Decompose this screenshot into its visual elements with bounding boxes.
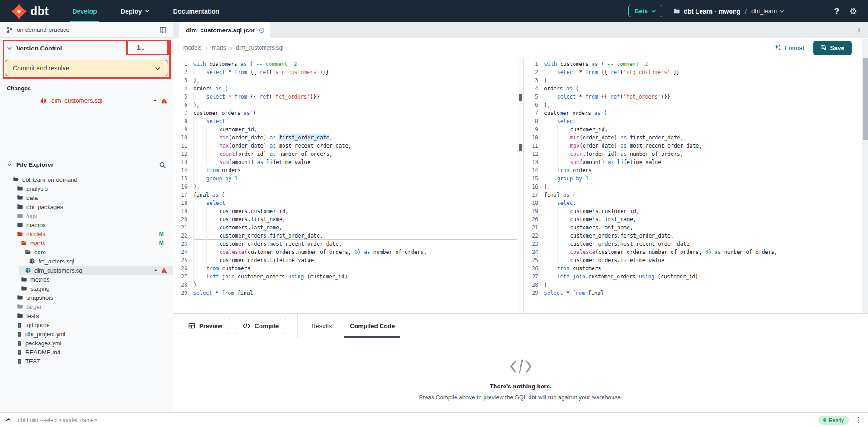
code-line[interactable]: 9 customer_id, bbox=[173, 125, 517, 134]
code-line[interactable]: 27 left join customer_orders using (cust… bbox=[524, 273, 868, 281]
window-scrollbar[interactable] bbox=[862, 39, 868, 313]
project-dropdown[interactable]: dbt_learn bbox=[751, 8, 784, 15]
code-line[interactable]: 14 from orders bbox=[524, 166, 868, 174]
format-button[interactable]: Format bbox=[774, 44, 804, 51]
tree-item-snapshots[interactable]: snapshots bbox=[0, 293, 173, 302]
code-line[interactable]: 29select * from final bbox=[524, 289, 868, 297]
code-line[interactable]: 9 customer_id, bbox=[524, 125, 868, 134]
code-line[interactable]: 7customer_orders as ( bbox=[173, 109, 517, 117]
code-line[interactable]: 24 coalesce(customer_orders.number_of_or… bbox=[173, 248, 517, 256]
tree-item-data[interactable]: data bbox=[0, 193, 173, 202]
code-line[interactable]: 25 customer_orders.lifetime_value bbox=[173, 256, 517, 264]
code-line[interactable]: 11 max(order_date) as most_recent_order_… bbox=[524, 142, 868, 150]
code-line[interactable]: 8 select bbox=[173, 117, 517, 125]
tree-item-logs[interactable]: logs bbox=[0, 211, 173, 220]
file-explorer-header[interactable]: File Explorer bbox=[0, 159, 173, 171]
tree-item-analysis[interactable]: analysis bbox=[0, 184, 173, 193]
tree-item-macros[interactable]: macros bbox=[0, 220, 173, 229]
help-icon[interactable]: ? bbox=[834, 6, 839, 16]
code-line[interactable]: 28) bbox=[173, 281, 517, 289]
tree-item-packages.yml[interactable]: packages.yml bbox=[0, 338, 173, 348]
tree-item-README.md[interactable]: README.md bbox=[0, 348, 173, 357]
code-line[interactable]: 16), bbox=[173, 183, 517, 191]
code-line[interactable]: 3), bbox=[173, 76, 517, 84]
code-line[interactable]: 2 select * from {{ ref('stg_customers')}… bbox=[173, 68, 517, 76]
nav-deploy[interactable]: Deploy bbox=[109, 0, 162, 22]
code-line[interactable]: 25 customer_orders.lifetime_value bbox=[524, 256, 868, 264]
tree-item-dim_customers.sql[interactable]: dim_customers.sql• bbox=[0, 266, 173, 275]
commit-and-resolve-button[interactable]: Commit and resolve bbox=[5, 60, 168, 76]
book-icon[interactable] bbox=[159, 26, 167, 34]
editor-pane-right[interactable]: 1with customers as ( -- comment 22 selec… bbox=[524, 58, 868, 313]
code-line[interactable]: 19 customers.customer_id, bbox=[173, 207, 517, 215]
code-line[interactable]: 4orders as ( bbox=[173, 84, 517, 93]
editor-pane-left[interactable]: 1with customers as ( -- comment 22 selec… bbox=[173, 58, 517, 313]
tree-item-core[interactable]: core bbox=[0, 248, 173, 257]
commit-options-dropdown[interactable] bbox=[147, 60, 168, 76]
code-line[interactable]: 23 customer_orders.most_recent_order_dat… bbox=[524, 240, 868, 248]
code-line[interactable]: 24 coalesce(customer_orders.number_of_or… bbox=[524, 248, 868, 256]
tree-item-tests[interactable]: tests bbox=[0, 311, 173, 320]
tab-results[interactable]: Results bbox=[302, 314, 341, 338]
kebab-menu-icon[interactable]: ⋮ bbox=[855, 416, 863, 424]
code-line[interactable]: 19 customers.customer_id, bbox=[524, 207, 868, 215]
code-line[interactable]: 10 min(order_date) as first_order_date, bbox=[524, 134, 868, 142]
nav-documentation[interactable]: Documentation bbox=[162, 0, 231, 22]
code-line[interactable]: 17final as ( bbox=[524, 191, 868, 199]
scrollbar-thumb[interactable] bbox=[863, 58, 868, 140]
code-line[interactable]: 1with customers as ( -- comment 2 bbox=[173, 60, 517, 68]
code-line[interactable]: 18 select bbox=[524, 199, 868, 207]
command-input[interactable] bbox=[18, 417, 812, 423]
code-line[interactable]: 22 customer_orders.first_order_date, bbox=[173, 232, 517, 240]
account-name[interactable]: dbt Learn - mwong bbox=[684, 8, 740, 15]
code-line[interactable]: 27 left join customer_orders using (cust… bbox=[173, 273, 517, 281]
code-line[interactable]: 26 from customers bbox=[173, 264, 517, 273]
code-line[interactable]: 28) bbox=[524, 281, 868, 289]
code-line[interactable]: 8 select bbox=[524, 117, 868, 125]
code-line[interactable]: 26 from customers bbox=[524, 264, 868, 273]
code-line[interactable]: 10 min(order_date) as first_order_date, bbox=[173, 134, 517, 142]
version-control-header[interactable]: Version Control bbox=[0, 41, 173, 55]
code-line[interactable]: 2 select * from {{ ref('stg_customers')}… bbox=[524, 68, 868, 76]
nav-develop[interactable]: Develop bbox=[60, 0, 108, 22]
new-tab-plus-icon[interactable]: + bbox=[857, 25, 868, 38]
breadcrumb-models[interactable]: models bbox=[183, 45, 201, 51]
tree-item-.gitignore[interactable]: .gitignore bbox=[0, 320, 173, 329]
compile-button[interactable]: Compile bbox=[235, 318, 286, 334]
code-line[interactable]: 17final as ( bbox=[173, 191, 517, 199]
code-line[interactable]: 29select * from final bbox=[173, 289, 517, 297]
tree-item-dbt_project.yml[interactable]: dbt_project.yml bbox=[0, 329, 173, 338]
code-line[interactable]: 6), bbox=[524, 101, 868, 109]
code-line[interactable]: 13 sum(amount) as lifetime_value bbox=[173, 158, 517, 166]
beta-dropdown[interactable]: Beta bbox=[628, 5, 662, 17]
code-line[interactable]: 21 customers.last_name, bbox=[524, 223, 868, 232]
preview-button[interactable]: Preview bbox=[181, 318, 230, 334]
code-line[interactable]: 15 group by 1 bbox=[524, 174, 868, 183]
tab-dim-customers[interactable]: dim_customers.sql (confli... bbox=[179, 22, 270, 38]
breadcrumb-marts[interactable]: marts bbox=[212, 45, 226, 51]
code-line[interactable]: 7customer_orders as ( bbox=[524, 109, 868, 117]
scrollbar-ruler[interactable] bbox=[517, 58, 523, 313]
search-icon[interactable] bbox=[159, 161, 166, 169]
tree-item-metrics[interactable]: metrics bbox=[0, 275, 173, 284]
code-line[interactable]: 16), bbox=[524, 183, 868, 191]
tree-item-marts[interactable]: martsM bbox=[0, 238, 173, 248]
code-line[interactable]: 3), bbox=[524, 76, 868, 84]
code-line[interactable]: 5 select * from {{ ref('fct_orders')}} bbox=[173, 93, 517, 101]
chevron-up-icon[interactable] bbox=[5, 417, 11, 423]
code-line[interactable]: 13 sum(amount) as lifetime_value bbox=[524, 158, 868, 166]
breadcrumb-file[interactable]: dim_customers.sql bbox=[236, 45, 283, 51]
code-line[interactable]: 4orders as ( bbox=[524, 84, 868, 93]
code-line[interactable]: 12 count(order_id) as number_of_orders, bbox=[524, 150, 868, 158]
tree-item-fct_orders.sql[interactable]: fct_orders.sql bbox=[0, 257, 173, 266]
changed-file-dim-customers[interactable]: dim_customers.sql • bbox=[0, 95, 173, 106]
code-line[interactable]: 15 group by 1 bbox=[173, 174, 517, 183]
dbt-logo[interactable]: dbt bbox=[0, 3, 60, 20]
code-line[interactable]: 23 customer_orders.most_recent_order_dat… bbox=[173, 240, 517, 248]
tab-compiled-code[interactable]: Compiled Code bbox=[341, 314, 404, 338]
code-line[interactable]: 14 from orders bbox=[173, 166, 517, 174]
gear-icon[interactable]: ⚙ bbox=[849, 7, 857, 15]
code-line[interactable]: 1with customers as ( -- comment 2 bbox=[524, 60, 868, 68]
tree-item-dbt_packages[interactable]: dbt_packages bbox=[0, 202, 173, 211]
code-line[interactable]: 12 count(order_id) as number_of_orders, bbox=[173, 150, 517, 158]
